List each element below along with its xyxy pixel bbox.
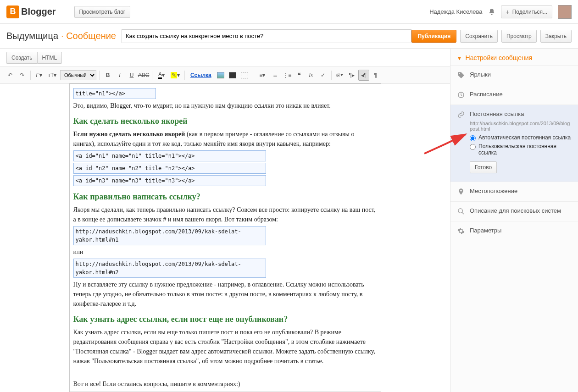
editor-toolbar: ↶ ↷ F▾ тТ▾ Обычный B I U ABC A▾ ✎▾ Ссылк… [0, 67, 450, 83]
share-button[interactable]: + Поделиться... [501, 6, 552, 18]
sidebar-item-seo[interactable]: Описание для поисковых систем [450, 201, 578, 221]
text-color-icon[interactable]: A▾ [155, 70, 168, 81]
close-button[interactable]: Закрыть [540, 30, 572, 43]
paragraph: Как узнать адрес ссылки, если вы еще тол… [73, 327, 377, 366]
rtl-icon[interactable]: ◂¶ [358, 70, 369, 81]
paragraph: Якоря мы сделали, как теперь правильно н… [73, 205, 377, 224]
permalink-auto-radio[interactable]: Автоматическая постоянная ссылка [470, 134, 572, 141]
heading: Как сделать несколько якорей [73, 115, 377, 127]
align-icon[interactable]: ≡▾ [256, 70, 269, 81]
code-snippet: http://naduschkin.blogspot.com/2013/09/k… [73, 259, 266, 278]
spellcheck-icon[interactable]: ✓ [317, 70, 328, 81]
sidebar-item-location[interactable]: Местоположение [450, 182, 578, 201]
paragraph: Это, видимо, Blogger, что-то мудрит, но … [73, 101, 377, 110]
quote-icon[interactable]: ❝ [294, 70, 305, 81]
insert-link-button[interactable]: Ссылка [188, 72, 214, 78]
translit-icon[interactable]: अ▾ [334, 70, 345, 81]
sidebar-item-permalink[interactable]: Постоянная ссылка http://naduschkin.blog… [450, 105, 578, 182]
pin-icon [457, 188, 465, 196]
permalink-done-button[interactable]: Готово [470, 161, 497, 173]
separator: · [61, 31, 63, 41]
blogger-icon: B [6, 6, 19, 18]
paragraph: Если нужно сделать несколько якорей (как… [73, 129, 377, 149]
paragraph: Вот и все! Если остались вопросы, пишите… [73, 379, 377, 389]
permalink-url: http://naduschkin.blogspot.com/2013/09/b… [470, 121, 572, 132]
caret-icon: ▼ [457, 55, 462, 61]
insert-video-icon[interactable] [227, 70, 238, 81]
italic-icon[interactable]: I [114, 70, 125, 81]
sidebar-item-schedule[interactable]: Расписание [450, 85, 578, 105]
clock-icon [457, 91, 465, 99]
insert-jump-icon[interactable] [239, 70, 250, 81]
permalink-custom-radio[interactable]: Пользовательская постоянная ссылка [470, 143, 572, 156]
code-snippet: <a id="n3" name="n3" title="n3"></a> [73, 175, 266, 186]
font-family-icon[interactable]: F▾ [33, 70, 44, 81]
paragraph: Ну и вставляете эту ссылку в нужное пред… [73, 280, 377, 309]
preview-button[interactable]: Просмотр [501, 30, 537, 43]
editor-column: Создать HTML ↶ ↷ F▾ тТ▾ Обычный B I U AB… [0, 49, 450, 392]
page-label: Сообщение [66, 31, 116, 41]
paragraph-style-select[interactable]: Обычный [60, 70, 96, 80]
logo[interactable]: B Blogger [6, 6, 56, 18]
redo-icon[interactable]: ↷ [17, 70, 28, 81]
code-snippet: title="n1"></a> [73, 88, 156, 99]
avatar[interactable] [558, 5, 572, 19]
sidebar-title: Настройки сообщения [466, 54, 533, 61]
top-bar: B Blogger Просмотреть блог Надежда Кисел… [0, 0, 578, 24]
save-button[interactable]: Сохранить [460, 30, 498, 43]
view-blog-button[interactable]: Просмотреть блог [74, 6, 131, 18]
numbered-list-icon[interactable]: ≣ [270, 70, 281, 81]
undo-icon[interactable]: ↶ [5, 70, 16, 81]
sidebar-item-labels[interactable]: Ярлыки [450, 65, 578, 85]
gear-icon [457, 227, 465, 235]
insert-image-icon[interactable] [215, 70, 226, 81]
share-label: Поделиться... [512, 9, 547, 15]
paragraph: или [73, 247, 377, 257]
heading: Как узнать адрес ссылки, если пост еще н… [73, 313, 377, 326]
logo-text: Blogger [21, 6, 56, 17]
tag-icon [457, 71, 465, 79]
svg-point-1 [458, 209, 462, 213]
code-snippet: http://naduschkin.blogspot.com/2013/09/k… [73, 226, 266, 245]
remove-format-icon[interactable]: Ix [306, 70, 317, 81]
editor-tabs: Создать HTML [0, 49, 450, 67]
code-snippet: <a id="n1" name="n1" title="n1"></a> [73, 150, 266, 161]
title-bar: Выдумщица · Сообщение Публикация Сохрани… [0, 24, 578, 49]
bullet-list-icon[interactable]: ⋮≡ [282, 70, 293, 81]
ltr-icon[interactable]: ¶▸ [346, 70, 357, 81]
heading: Как правильно написать ссылку? [73, 191, 377, 203]
post-settings-sidebar: ▼ Настройки сообщения Ярлыки Расписание … [450, 49, 578, 392]
bell-icon[interactable] [488, 8, 495, 16]
strikethrough-icon[interactable]: ABC [138, 70, 149, 81]
link-icon [457, 110, 465, 119]
underline-icon[interactable]: U [126, 70, 137, 81]
sidebar-item-options[interactable]: Параметры [450, 221, 578, 241]
post-title-input[interactable] [122, 29, 411, 43]
tab-html[interactable]: HTML [37, 52, 62, 64]
user-name[interactable]: Надежда Киселева [429, 8, 482, 15]
publish-button[interactable]: Публикация [411, 30, 456, 43]
bold-icon[interactable]: B [102, 70, 113, 81]
blog-name[interactable]: Выдумщица [6, 31, 58, 41]
font-size-icon[interactable]: тТ▾ [45, 70, 59, 81]
post-content-editor[interactable]: title="n1"></a> Это, видимо, Blogger, чт… [69, 83, 381, 392]
code-snippet: <a id="n2" name="n2" title="n2"></a> [73, 163, 266, 174]
highlight-icon[interactable]: ✎▾ [169, 70, 182, 81]
tab-compose[interactable]: Создать [6, 52, 37, 64]
search-icon [457, 207, 465, 215]
clear-icon[interactable]: ¶ [370, 70, 381, 81]
